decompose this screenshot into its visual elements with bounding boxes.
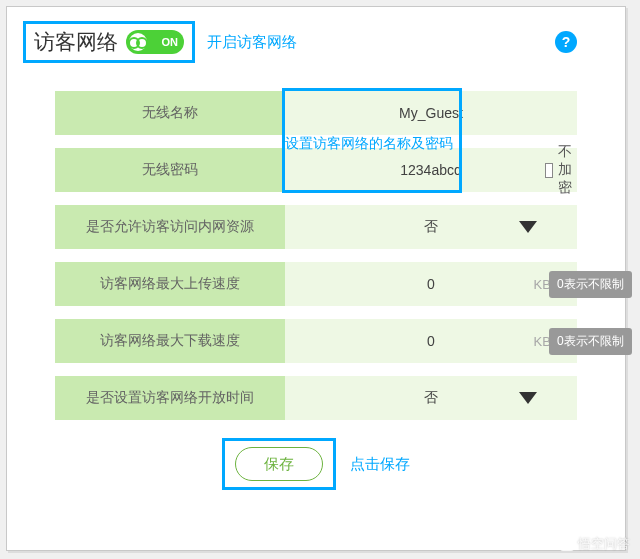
save-highlight-box: 保存	[222, 438, 336, 490]
page-title: 访客网络	[34, 28, 118, 56]
toggle-knob-icon	[129, 33, 147, 51]
row-upload: 访客网络最大上传速度 0 KB/s 0表示不限制	[55, 262, 577, 306]
open-time-select[interactable]: 否	[285, 376, 577, 420]
download-label: 访客网络最大下载速度	[55, 319, 285, 363]
chevron-down-icon	[519, 221, 537, 233]
save-button[interactable]: 保存	[235, 447, 323, 481]
footer: 保存 点击保存	[25, 438, 607, 490]
password-value: 1234abcd	[391, 162, 471, 178]
ssid-input[interactable]: My_Guest	[285, 91, 577, 135]
upload-input[interactable]: 0 KB/s	[285, 262, 577, 306]
upload-label: 访客网络最大上传速度	[55, 262, 285, 306]
allow-intranet-select[interactable]: 否	[285, 205, 577, 249]
download-value: 0	[391, 333, 471, 349]
watermark: 悟空问答	[560, 535, 630, 553]
no-encrypt-option[interactable]: 不加密	[545, 143, 579, 197]
row-password: 无线密码 1234abcd 不加密	[55, 148, 577, 192]
password-label: 无线密码	[55, 148, 285, 192]
no-encrypt-label: 不加密	[558, 143, 579, 197]
open-time-value: 否	[391, 389, 471, 407]
no-encrypt-checkbox[interactable]	[545, 163, 553, 178]
row-open-time: 是否设置访客网络开放时间 否	[55, 376, 577, 420]
guest-network-toggle[interactable]: ON	[126, 30, 184, 54]
toggle-state: ON	[162, 36, 179, 48]
upload-value: 0	[391, 276, 471, 292]
password-input[interactable]: 1234abcd	[285, 148, 577, 192]
title-highlight-box: 访客网络 ON	[23, 21, 195, 63]
ssid-value: My_Guest	[391, 105, 471, 121]
settings-rows: 设置访客网络的名称及密码 无线名称 My_Guest 无线密码 1234abcd…	[25, 91, 607, 420]
guest-network-panel: 访客网络 ON 开启访客网络 ? 设置访客网络的名称及密码 无线名称 My_Gu…	[6, 6, 626, 551]
header-hint: 开启访客网络	[207, 33, 297, 52]
row-download: 访客网络最大下载速度 0 KB/s 0表示不限制	[55, 319, 577, 363]
help-icon[interactable]: ?	[555, 31, 577, 53]
credentials-hint: 设置访客网络的名称及密码	[285, 135, 453, 153]
row-ssid: 无线名称 My_Guest	[55, 91, 577, 135]
allow-intranet-label: 是否允许访客访问内网资源	[55, 205, 285, 249]
download-note-badge: 0表示不限制	[549, 328, 632, 355]
download-input[interactable]: 0 KB/s	[285, 319, 577, 363]
upload-note-badge: 0表示不限制	[549, 271, 632, 298]
watermark-text: 悟空问答	[578, 535, 630, 553]
open-time-label: 是否设置访客网络开放时间	[55, 376, 285, 420]
chevron-down-icon	[519, 392, 537, 404]
watermark-icon	[560, 537, 574, 551]
ssid-label: 无线名称	[55, 91, 285, 135]
save-hint: 点击保存	[350, 455, 410, 474]
allow-intranet-value: 否	[391, 218, 471, 236]
header: 访客网络 ON 开启访客网络 ?	[23, 21, 607, 63]
row-allow-intranet: 是否允许访客访问内网资源 否	[55, 205, 577, 249]
